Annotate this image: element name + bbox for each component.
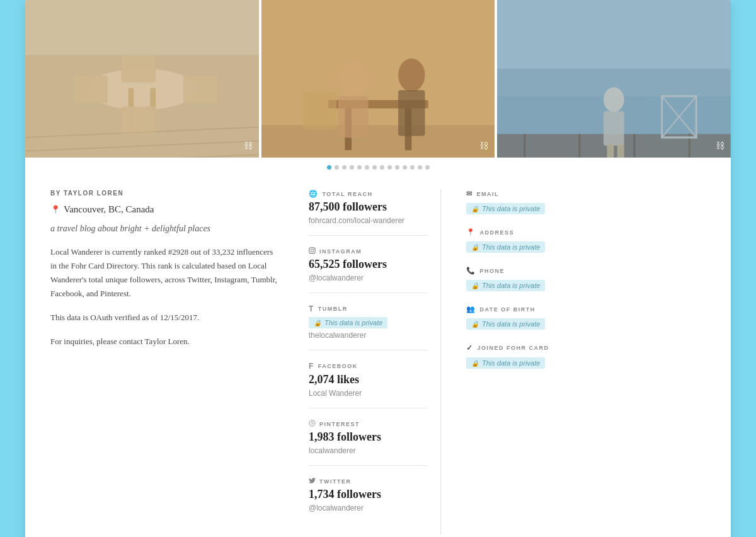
- location-pin-icon: 📍: [50, 205, 60, 215]
- social-facebook: f FACEBOOK 2,074 likes Local Wanderer: [309, 362, 428, 408]
- svg-point-36: [311, 249, 314, 252]
- tumblr-handle: thelocalwanderer: [309, 331, 428, 340]
- svg-rect-20: [303, 92, 336, 130]
- twitter-count: 1,734 followers: [309, 488, 428, 501]
- carousel-image-3: ⛓: [497, 0, 731, 158]
- dob-label: 👥 DATE OF BIRTH: [466, 305, 706, 313]
- svg-point-18: [398, 59, 425, 92]
- dot-7[interactable]: [372, 165, 377, 170]
- total-reach-label: 🌐 TOTAL REACH: [309, 190, 428, 198]
- info-dob: 👥 DATE OF BIRTH 🔒 This data is private: [466, 305, 706, 332]
- svg-rect-33: [607, 144, 614, 158]
- author-label: BY TAYLOR LOREN: [50, 190, 277, 197]
- location: 📍 Vancouver, BC, Canada: [50, 204, 277, 215]
- svg-rect-35: [309, 248, 315, 253]
- right-column: ✉ EMAIL 🔒 This data is private 📍 ADDRESS…: [460, 190, 706, 534]
- phone-lock-icon: 🔒: [471, 282, 479, 289]
- main-content: BY TAYLOR LOREN 📍 Vancouver, BC, Canada …: [25, 177, 731, 537]
- link-icon-3[interactable]: ⛓: [716, 141, 724, 151]
- twitter-label: TWITTER: [309, 477, 428, 485]
- address-lock-icon: 🔒: [471, 244, 479, 251]
- tumblr-icon: t: [309, 304, 314, 313]
- location-text: Vancouver, BC, Canada: [64, 204, 154, 215]
- svg-point-37: [313, 248, 314, 249]
- dot-9[interactable]: [387, 165, 392, 170]
- svg-rect-32: [604, 112, 624, 146]
- svg-rect-17: [338, 96, 368, 137]
- svg-rect-6: [122, 107, 156, 134]
- joined-private-badge: 🔒 This data is private: [466, 357, 545, 369]
- dot-10[interactable]: [395, 165, 399, 170]
- instagram-count: 65,525 followers: [309, 258, 428, 271]
- instagram-label: INSTAGRAM: [309, 247, 428, 255]
- svg-rect-7: [25, 0, 259, 55]
- address-label: 📍 ADDRESS: [466, 228, 706, 236]
- svg-rect-34: [617, 144, 624, 158]
- email-private-badge: 🔒 This data is private: [466, 203, 545, 214]
- svg-point-31: [604, 87, 624, 112]
- dot-12[interactable]: [410, 165, 415, 170]
- tagline: a travel blog about bright + delightful …: [50, 224, 277, 234]
- address-icon: 📍: [466, 228, 476, 236]
- phone-label: 📞 PHONE: [466, 267, 706, 275]
- info-address: 📍 ADDRESS 🔒 This data is private: [466, 228, 706, 255]
- svg-rect-3: [73, 76, 108, 103]
- facebook-label: f FACEBOOK: [309, 362, 428, 371]
- email-lock-icon: 🔒: [471, 205, 479, 212]
- email-private-text: This data is private: [482, 205, 540, 212]
- dob-private-text: This data is private: [482, 320, 540, 328]
- svg-line-9: [25, 141, 259, 151]
- description-2: This data is OAuth verified as of 12/15/…: [50, 311, 277, 325]
- total-reach-url: fohrcard.com/local-wanderer: [309, 216, 428, 225]
- address-private-text: This data is private: [482, 243, 540, 251]
- globe-icon: 🌐: [309, 190, 319, 198]
- dot-8[interactable]: [380, 165, 384, 170]
- dot-1[interactable]: [327, 165, 331, 170]
- lock-icon: 🔒: [314, 320, 321, 326]
- dot-13[interactable]: [418, 165, 422, 170]
- joined-lock-icon: 🔒: [471, 360, 479, 367]
- dot-11[interactable]: [403, 165, 407, 170]
- social-instagram: INSTAGRAM 65,525 followers @localwandere…: [309, 247, 428, 293]
- description-3: For inquiries, please contact Taylor Lor…: [50, 335, 277, 349]
- instagram-icon: [309, 247, 316, 255]
- profile-card: ⛓: [25, 0, 731, 537]
- dot-3[interactable]: [342, 165, 346, 170]
- facebook-handle: Local Wanderer: [309, 389, 428, 398]
- link-icon-1[interactable]: ⛓: [244, 141, 253, 151]
- dot-2[interactable]: [335, 165, 339, 170]
- dot-14[interactable]: [425, 165, 430, 170]
- info-joined: ✓ JOINED FOHR CARD 🔒 This data is privat…: [466, 344, 706, 371]
- image-carousel: ⛓: [25, 0, 731, 158]
- tumblr-label: t TUMBLR: [309, 304, 428, 313]
- link-icon-2[interactable]: ⛓: [479, 141, 488, 151]
- left-column: BY TAYLOR LOREN 📍 Vancouver, BC, Canada …: [50, 190, 290, 534]
- email-icon: ✉: [466, 190, 473, 198]
- pinterest-label: PINTEREST: [309, 420, 428, 428]
- svg-rect-19: [398, 90, 425, 136]
- social-total-reach: 🌐 TOTAL REACH 87,500 followers fohrcard.…: [309, 190, 428, 236]
- joined-private-text: This data is private: [482, 359, 540, 367]
- pinterest-icon: [309, 420, 316, 428]
- carousel-dots: [25, 158, 731, 177]
- svg-point-38: [309, 420, 315, 426]
- phone-private-badge: 🔒 This data is private: [466, 280, 545, 291]
- address-private-badge: 🔒 This data is private: [466, 241, 545, 253]
- description-1: Local Wanderer is currently ranked #2928…: [50, 245, 277, 301]
- tumblr-private-badge: 🔒 This data is private: [309, 317, 387, 328]
- carousel-image-2: ⛓: [261, 0, 498, 158]
- phone-private-text: This data is private: [482, 282, 540, 289]
- dot-4[interactable]: [350, 165, 354, 170]
- info-email: ✉ EMAIL 🔒 This data is private: [466, 190, 706, 217]
- total-reach-count: 87,500 followers: [309, 200, 428, 214]
- svg-rect-4: [183, 76, 218, 103]
- social-twitter: TWITTER 1,734 followers @localwanderer: [309, 477, 428, 523]
- twitter-icon: [309, 477, 316, 485]
- dot-5[interactable]: [357, 165, 362, 170]
- facebook-icon: f: [309, 362, 314, 371]
- tumblr-private-text: This data is private: [324, 319, 382, 326]
- dot-6[interactable]: [365, 165, 369, 170]
- phone-icon: 📞: [466, 267, 476, 275]
- pinterest-count: 1,983 followers: [309, 430, 428, 444]
- svg-rect-12: [261, 125, 495, 158]
